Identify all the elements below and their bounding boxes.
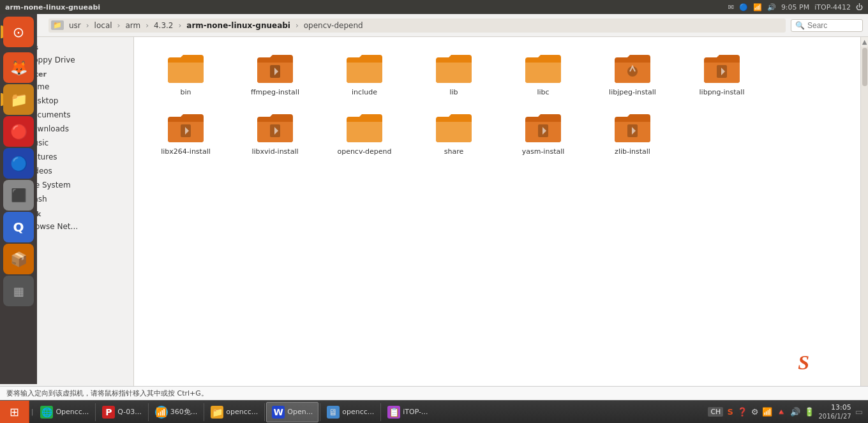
breadcrumb-local[interactable]: local — [91, 20, 116, 31]
svg-point-1 — [627, 66, 638, 77]
file-item-ffmpeg[interactable]: ffmpeg-install — [234, 47, 317, 101]
folder-icon-libpng — [701, 52, 742, 85]
scroll-up-arrow[interactable]: ▲ — [861, 37, 868, 47]
taskbar-item-opencv3[interactable]: 🖥 opencc... — [322, 402, 379, 422]
launcher-files[interactable]: 📁 — [3, 84, 34, 115]
launcher-app4[interactable]: 🔴 — [3, 116, 34, 147]
tray-icon-s[interactable]: S — [727, 407, 733, 417]
folder-icon-ffmpeg — [255, 52, 296, 85]
file-item-libx264[interactable]: libx264-install — [144, 107, 227, 161]
file-label-zlib: zlib-install — [615, 147, 650, 156]
taskbar-show-desktop[interactable]: | — [29, 408, 35, 415]
file-label-opencv-depend: opencv-depend — [337, 147, 391, 156]
breadcrumb-usr[interactable]: usr — [65, 20, 85, 31]
app2-img: P — [105, 407, 112, 417]
file-label-bin: bin — [180, 88, 191, 96]
ubuntu-logo: ⊙ — [13, 24, 24, 40]
launcher-app6[interactable]: ⬛ — [3, 180, 34, 211]
file-manager-window: ← → 📁 usr › local › arm › 4.3.2 › arm-no… — [0, 14, 868, 423]
file-label-lib: lib — [449, 88, 458, 96]
file-item-zlib[interactable]: zlib-install — [591, 107, 674, 161]
taskbar-item1-label: Opencc... — [56, 408, 89, 416]
taskbar-sep-6 — [380, 403, 381, 421]
taskbar-item4-label: opencc... — [226, 408, 258, 416]
search-input[interactable] — [807, 21, 858, 30]
file-label-libx264: libx264-install — [161, 147, 211, 156]
clock: 9:05 PM — [781, 3, 809, 11]
file-item-include[interactable]: include — [323, 47, 406, 101]
window-title: arm-none-linux-gnueabi — [5, 3, 100, 11]
taskbar-sep-4 — [264, 403, 265, 421]
breadcrumb-opencv[interactable]: opencv-depend — [300, 20, 367, 31]
scroll-thumb[interactable] — [862, 48, 867, 86]
launcher-app5[interactable]: 🔵 — [3, 148, 34, 179]
taskbar-sep-1 — [95, 403, 96, 421]
bluetooth-icon: 🔵 — [739, 3, 748, 11]
file-item-libpng[interactable]: libpng-install — [680, 47, 763, 101]
file-item-yasm[interactable]: yasm-install — [502, 107, 585, 161]
taskbar-item3-label: 360免... — [170, 407, 198, 417]
content-area: Devices 💾 Floppy Drive Computer 🏠 Home 📁… — [0, 37, 868, 413]
show-desktop-icon[interactable]: ▭ — [855, 407, 863, 417]
file-label-include: include — [352, 88, 377, 96]
system-tray: CH S ❓ ⚙ 📶 🔺 🔊 🔋 13:05 2016/1/27 ▭ — [703, 403, 868, 420]
app6-icon: ⬛ — [11, 188, 27, 203]
file-item-bin[interactable]: bin — [144, 47, 227, 101]
tray-icon-up[interactable]: 🔺 — [776, 407, 786, 417]
file-label-yasm: yasm-install — [522, 147, 565, 156]
right-scrollbar[interactable]: ▲ ▼ — [860, 37, 868, 413]
app7-icon: Q — [13, 219, 24, 235]
tray-icon-volume[interactable]: 🔊 — [790, 407, 800, 417]
vm-status-text: 要将输入定向到该虚拟机，请将鼠标指针移入其中或按 Ctrl+G。 — [6, 389, 208, 398]
launcher-app8[interactable]: 📦 — [3, 244, 34, 274]
file-item-libxvid[interactable]: libxvid-install — [234, 107, 317, 161]
folder-icon-share — [433, 112, 474, 145]
mail-icon: ✉ — [728, 3, 734, 11]
launcher: ⊙ 🦊 📁 🔴 🔵 ⬛ Q 📦 ▦ — [0, 14, 37, 384]
app5-img: W — [274, 407, 283, 417]
input-method-label[interactable]: CH — [708, 407, 723, 417]
file-item-lib[interactable]: lib — [412, 47, 495, 101]
file-label-share: share — [444, 147, 464, 156]
volume-icon: 🔊 — [767, 3, 776, 11]
breadcrumb-arm-none[interactable]: arm-none-linux-gnueabi — [183, 20, 294, 31]
folder-icon-yasm — [523, 112, 564, 145]
firefox-icon: 🦊 — [10, 60, 27, 76]
folder-icon-include — [344, 52, 385, 85]
launcher-app7[interactable]: Q — [3, 212, 34, 242]
tray-icon-help[interactable]: ❓ — [737, 407, 747, 417]
taskbar-item-360[interactable]: 📶 360免... — [150, 402, 203, 422]
launcher-firefox[interactable]: 🦊 — [3, 52, 34, 83]
search-icon: 🔍 — [795, 21, 805, 30]
breadcrumb: 📁 usr › local › arm › 4.3.2 › arm-none-l… — [49, 19, 786, 33]
taskbar-item-itop[interactable]: 📋 iTOP-... — [382, 402, 433, 422]
taskbar-item-open[interactable]: W Open... — [266, 402, 318, 422]
file-item-libc[interactable]: libc — [502, 47, 585, 101]
taskbar-app4-icon: 📁 — [211, 406, 223, 419]
breadcrumb-432[interactable]: 4.3.2 — [150, 20, 177, 31]
launcher-app9[interactable]: ▦ — [3, 276, 34, 306]
tray-icon-battery[interactable]: 🔋 — [804, 407, 814, 417]
breadcrumb-arm[interactable]: arm — [121, 20, 144, 31]
folder-icon-libjpeg — [612, 52, 653, 85]
tray-icon-network[interactable]: 📶 — [762, 407, 772, 417]
taskbar-item-opencv2[interactable]: 📁 opencc... — [206, 402, 263, 422]
file-item-libjpeg[interactable]: libjpeg-install — [591, 47, 674, 101]
scroll-track[interactable] — [861, 47, 868, 403]
file-label-libjpeg: libjpeg-install — [609, 88, 656, 96]
toolbar: ← → 📁 usr › local › arm › 4.3.2 › arm-no… — [0, 14, 868, 37]
title-bar: arm-none-linux-gnueabi ✉ 🔵 📶 🔊 9:05 PM i… — [0, 0, 868, 14]
app8-icon: 📦 — [10, 251, 27, 267]
taskbar-item-openccc1[interactable]: 🌐 Opencc... — [35, 402, 94, 422]
taskbar-item6-label: opencc... — [342, 408, 374, 416]
app1-img: 🌐 — [41, 407, 52, 417]
wifi-icon: 📶 — [753, 3, 762, 11]
file-item-opencv-depend[interactable]: opencv-depend — [323, 107, 406, 161]
start-button[interactable]: ⊞ — [0, 401, 29, 424]
launcher-ubuntu[interactable]: ⊙ — [3, 17, 34, 47]
taskbar-item-q03[interactable]: P Q-03... — [97, 402, 146, 422]
folder-icon-zlib — [612, 112, 653, 145]
taskbar-sep-5 — [320, 403, 320, 421]
file-item-share[interactable]: share — [412, 107, 495, 161]
tray-icon-settings[interactable]: ⚙ — [751, 407, 759, 417]
